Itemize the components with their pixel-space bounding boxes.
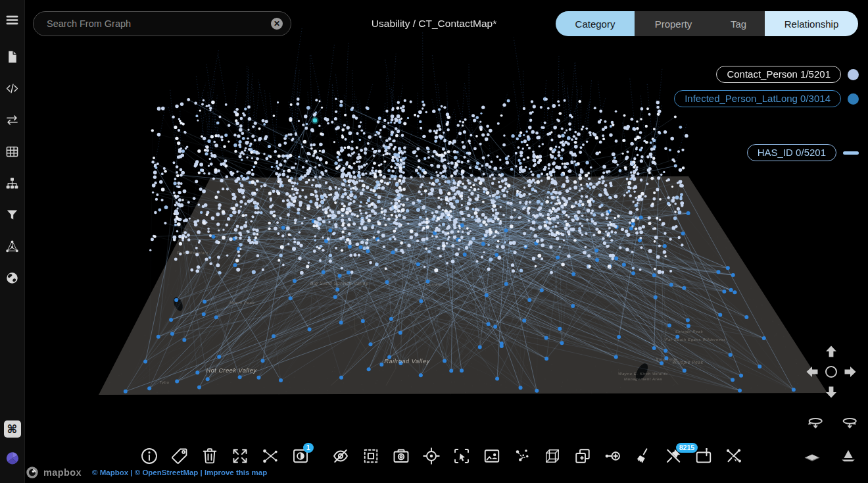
sidebar-item-code[interactable] [3,80,22,99]
clear-search-icon[interactable]: ✕ [271,18,283,30]
add-link-button[interactable] [602,446,623,468]
select-region-icon [361,446,381,469]
hide-icon [331,446,350,469]
elevate-view-icon [838,446,858,469]
view-pitch-controls [801,446,859,468]
sidebar-item-kineviz-logo[interactable] [3,449,22,469]
cube-icon [542,446,562,469]
sidebar-item-document[interactable] [3,48,22,68]
add-link-icon [603,446,623,469]
tab-property[interactable]: Property [635,11,712,36]
sidebar-item-globe[interactable] [3,269,22,289]
elevate-view-button[interactable] [837,446,859,468]
pan-up-button[interactable] [823,345,839,361]
pan-down-button[interactable] [823,383,839,399]
sidebar-item-table[interactable] [3,143,22,163]
cut-links-icon [724,446,744,469]
legend-pill-infected-person-latlong[interactable]: Infected_Person_LatLong 0/3014 [674,90,841,107]
unpin-button[interactable]: 8215 [662,446,684,468]
search-input[interactable] [45,18,271,30]
table-icon [5,144,20,162]
add-window-button[interactable] [571,446,593,468]
menu-icon [5,13,20,30]
camera-icon [391,446,411,469]
legend-row-contact-person: Contact_Person 1/5201 [716,66,859,83]
select-lasso-button[interactable] [450,446,472,468]
kineviz-logo-icon [5,451,20,469]
image-icon [482,446,502,469]
legend-line-swatch[interactable] [843,151,859,155]
cube-button[interactable] [541,446,563,468]
broom-icon [633,446,653,469]
hide-button[interactable] [329,446,351,468]
legend-panel: Contact_Person 1/5201Infected_Person_Lat… [674,66,859,161]
sidebar-item-shortcuts[interactable]: ⌘ [4,420,21,438]
flatten-view-icon [802,446,822,469]
scatter-icon [512,446,532,469]
pan-left-button[interactable] [806,364,821,380]
network-icon [5,239,20,257]
legend-pill-contact-person[interactable]: Contact_Person 1/5201 [716,66,841,83]
globe-icon [5,270,20,288]
cut-links-button[interactable] [723,446,744,468]
broom-button[interactable] [632,446,654,468]
map-toggle-button[interactable]: 1 [289,446,311,468]
pin-board-icon [694,446,713,469]
tab-relationship[interactable]: Relationship [765,11,858,36]
transform-icon [5,113,20,130]
sidebar: ⌘ [0,0,25,483]
locate-icon [422,446,441,469]
locate-button[interactable] [420,446,442,468]
hierarchy-icon [5,176,20,193]
sidebar-item-filter[interactable] [3,206,22,226]
sidebar-item-network[interactable] [3,238,22,257]
pan-right-button[interactable] [841,364,857,380]
mapbox-logo-icon [25,465,39,480]
select-region-button[interactable] [360,446,381,468]
mode-tabs: CategoryPropertyTagRelationship [556,11,858,36]
legend-row-infected-person-latlong: Infected_Person_LatLong 0/3014 [674,90,859,107]
sidebar-item-hierarchy[interactable] [3,174,22,194]
legend-color-swatch[interactable] [848,69,859,80]
search-bar[interactable]: ✕ [33,11,291,36]
graphxr-app: Railroad ValleyHot Creek ValleyRuby Moun… [0,0,868,483]
scatter-button[interactable] [511,446,533,468]
mapbox-wordmark[interactable]: mapbox [43,467,82,478]
rotate-left-button[interactable] [806,413,823,431]
legend-pill-has-id[interactable]: HAS_ID 0/5201 [747,144,836,161]
image-button[interactable] [481,446,502,468]
rotate-right-button[interactable] [840,413,857,431]
select-lasso-icon [452,446,471,469]
pan-control [806,345,857,399]
pan-center-ring[interactable] [825,366,837,378]
rotate-controls [806,413,857,431]
legend-row-has-id: HAS_ID 0/5201 [747,144,859,161]
map-attribution: mapbox © Mapbox | © OpenStreetMap | Impr… [25,465,267,480]
code-icon [5,81,20,99]
pin-board-button[interactable] [692,446,714,468]
sidebar-item-menu[interactable] [3,11,22,31]
legend-color-swatch[interactable] [848,93,859,105]
filter-icon [5,207,20,225]
document-icon [5,49,20,67]
attribution-links[interactable]: © Mapbox | © OpenStreetMap | Improve thi… [92,469,267,476]
tab-tag[interactable]: Tag [712,11,765,36]
camera-button[interactable] [390,446,412,468]
sidebar-item-transform[interactable] [3,111,22,131]
tab-category[interactable]: Category [556,11,635,36]
add-window-icon [573,446,592,469]
page-title: Usability / CT_ContactMap* [372,18,496,30]
flatten-view-button[interactable] [801,446,823,468]
map-toggle-badge: 1 [303,443,314,453]
